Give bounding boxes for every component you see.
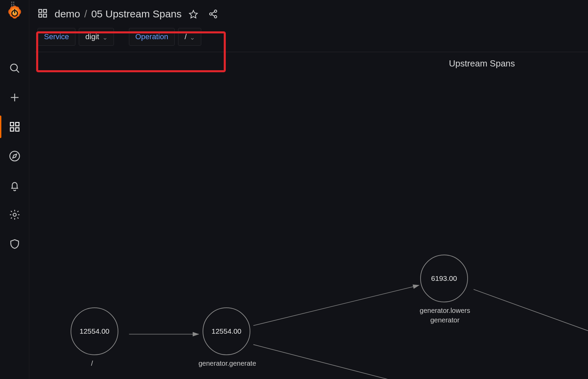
shield-icon[interactable] (0, 229, 29, 259)
node-value: 12554.00 (79, 327, 109, 335)
graph-canvas[interactable]: 12554.00 / 12554.00 generator.generate 6… (35, 69, 588, 379)
search-icon[interactable] (0, 54, 29, 83)
svg-point-9 (10, 151, 19, 161)
svg-point-18 (209, 13, 212, 15)
service-variable-value: digit (85, 32, 99, 41)
svg-point-1 (10, 64, 17, 71)
chevron-down-icon (103, 34, 107, 39)
svg-point-11 (13, 213, 16, 216)
graph-node[interactable]: 6193.00 (420, 255, 468, 302)
variable-row: Service digit Operation / (29, 23, 588, 52)
node-label: / (91, 359, 93, 368)
explore-icon[interactable] (0, 141, 29, 171)
breadcrumb-folder[interactable]: demo (55, 8, 80, 20)
nav-sidebar (0, 0, 29, 379)
svg-point-17 (214, 10, 217, 12)
svg-line-21 (212, 15, 215, 16)
svg-rect-5 (10, 122, 14, 126)
graph-node[interactable]: 12554.00 (203, 307, 250, 355)
breadcrumb-title[interactable]: 05 Upstream Spans (91, 8, 181, 20)
dashboard-grid-icon[interactable] (38, 8, 48, 20)
svg-rect-7 (10, 128, 14, 131)
node-label: generator.generate (199, 359, 256, 368)
plus-icon[interactable] (0, 83, 29, 112)
svg-line-2 (16, 70, 19, 73)
settings-icon[interactable] (0, 200, 29, 229)
operation-variable-select[interactable]: / (178, 28, 201, 46)
share-icon[interactable] (208, 9, 218, 19)
service-variable-label: Service (38, 28, 75, 46)
node-label: generator.lowers generator (415, 306, 475, 325)
panel: ⠿ Upstream Spans 12554.00 / 12554.00 (35, 52, 588, 379)
main-area: demo / 05 Upstream Spans Service digit O… (29, 0, 588, 379)
breadcrumb-separator: / (84, 8, 87, 20)
svg-rect-13 (44, 10, 47, 13)
svg-line-24 (253, 285, 419, 325)
favorite-star-icon[interactable] (189, 9, 198, 19)
svg-rect-12 (39, 10, 42, 13)
breadcrumb: demo / 05 Upstream Spans (55, 8, 182, 20)
operation-variable-label: Operation (129, 28, 175, 46)
svg-point-19 (214, 16, 217, 18)
svg-rect-8 (15, 128, 19, 131)
svg-marker-16 (189, 11, 197, 18)
svg-line-26 (474, 289, 588, 331)
svg-line-25 (253, 345, 394, 379)
svg-rect-15 (44, 14, 47, 17)
node-value: 6193.00 (431, 274, 457, 283)
node-value: 12554.00 (211, 327, 241, 335)
service-variable-select[interactable]: digit (79, 28, 114, 46)
svg-rect-6 (15, 122, 19, 126)
svg-marker-10 (13, 154, 16, 158)
svg-line-20 (212, 12, 215, 14)
panel-title: Upstream Spans (35, 52, 588, 69)
dashboards-icon[interactable] (0, 112, 29, 141)
chevron-down-icon (190, 34, 195, 39)
page-header: demo / 05 Upstream Spans (29, 0, 588, 23)
operation-variable-value: / (185, 32, 187, 41)
svg-rect-14 (39, 14, 42, 17)
panel-drag-handle[interactable]: ⠿ (10, 1, 15, 7)
alert-icon[interactable] (0, 171, 29, 200)
graph-node[interactable]: 12554.00 (71, 307, 118, 355)
